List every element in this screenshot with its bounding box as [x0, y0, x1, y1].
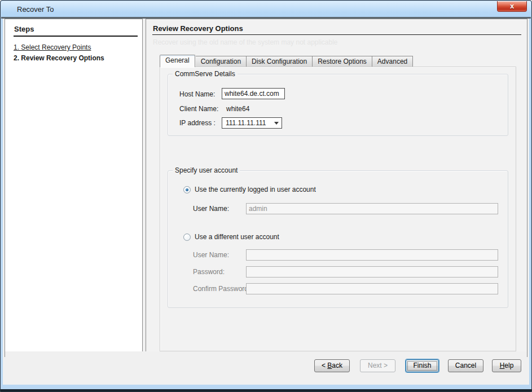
sidebar-item-select-recovery-points[interactable]: 1. Select Recovery Points — [14, 43, 91, 51]
ip-address-value: 111.11.11.111 — [226, 119, 266, 127]
ip-address-label: IP address : — [179, 119, 216, 127]
title-bar[interactable]: Recover To — [1, 1, 531, 17]
tab-strip: General Configuration Disk Configuration… — [160, 55, 413, 67]
current-user-name-label: User Name: — [193, 205, 229, 213]
current-user-name-input[interactable] — [246, 203, 498, 214]
help-button-rest: elp — [504, 362, 513, 369]
radio-different-user[interactable]: Use a different user account — [183, 233, 279, 241]
radio-different-user-label: Use a different user account — [195, 233, 279, 241]
main-panel: Review Recovery Options Recover using th… — [146, 19, 527, 357]
password-label: Password: — [193, 268, 225, 276]
window-title: Recover To — [17, 5, 54, 14]
steps-heading: Steps — [14, 25, 34, 33]
radio-button-icon — [183, 234, 191, 241]
confirm-password-label: Confirm Password: — [193, 285, 250, 293]
commserve-details-group: CommServe Details Host Name: Client Name… — [168, 74, 508, 136]
specify-user-account-group: Specify user account Use the currently l… — [168, 170, 508, 308]
radio-button-icon — [183, 186, 191, 193]
dialog-body: Steps 1. Select Recovery Points 2. Revie… — [3, 19, 529, 385]
back-button-rest: ack — [332, 362, 342, 369]
host-name-label: Host Name: — [179, 90, 215, 98]
tab-page-general: CommServe Details Host Name: Client Name… — [160, 67, 516, 351]
tab-restore-options[interactable]: Restore Options — [313, 56, 372, 67]
radio-current-user[interactable]: Use the currently logged in user account — [183, 186, 316, 193]
specify-user-account-legend: Specify user account — [173, 166, 240, 174]
diff-user-name-input[interactable] — [246, 249, 498, 261]
password-input[interactable] — [246, 266, 498, 278]
chevron-down-icon — [274, 122, 279, 125]
button-bar: < Back Next > Finish Cancel Help — [5, 351, 527, 378]
back-button[interactable]: < Back — [314, 359, 350, 372]
focus-rectangle — [407, 361, 437, 371]
radio-current-user-label: Use the currently logged in user account — [195, 186, 316, 193]
tab-configuration[interactable]: Configuration — [196, 56, 247, 67]
help-button[interactable]: Help — [492, 359, 521, 372]
client-name-label: Client Name: — [179, 105, 218, 113]
confirm-password-input[interactable] — [246, 283, 498, 294]
window-bottom-edge — [1, 389, 531, 391]
back-button-prefix: < — [322, 362, 327, 369]
steps-heading-rule — [14, 36, 138, 37]
commserve-details-legend: CommServe Details — [173, 70, 238, 78]
disabled-note-text: Recover using the old name of the system… — [153, 38, 338, 46]
ip-address-dropdown[interactable]: 111.11.11.111 — [222, 117, 282, 129]
recover-to-dialog: Recover To x Steps 1. Select Recovery Po… — [0, 0, 532, 392]
close-icon[interactable]: x — [497, 1, 527, 12]
tab-disk-configuration[interactable]: Disk Configuration — [247, 56, 313, 67]
page-title-rule — [152, 34, 521, 35]
cancel-button[interactable]: Cancel — [448, 359, 483, 372]
client-name-value: white64 — [226, 105, 249, 113]
sidebar-item-review-recovery-options: 2. Review Recovery Options — [14, 54, 104, 62]
page-title: Review Recovery Options — [153, 24, 243, 33]
finish-button[interactable]: Finish — [406, 359, 439, 372]
next-button[interactable]: Next > — [360, 359, 395, 372]
diff-user-name-label: User Name: — [193, 251, 229, 259]
steps-sidebar: Steps 1. Select Recovery Points 2. Revie… — [5, 19, 143, 357]
host-name-input[interactable] — [222, 88, 285, 99]
tab-advanced[interactable]: Advanced — [372, 56, 413, 67]
tab-general[interactable]: General — [160, 55, 195, 67]
